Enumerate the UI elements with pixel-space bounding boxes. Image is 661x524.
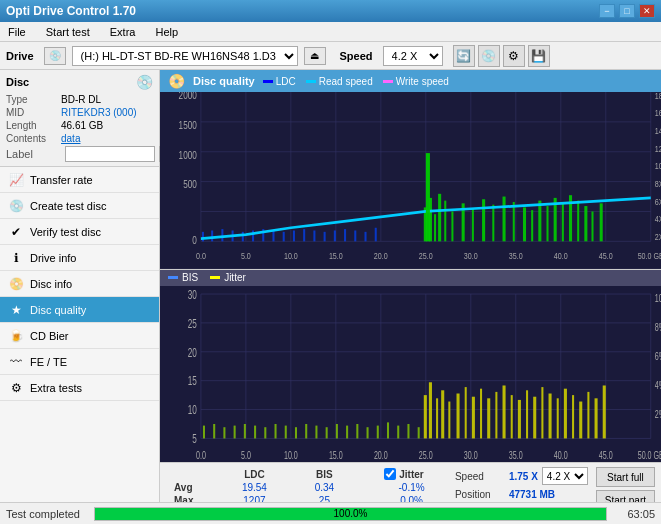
cd-bier-icon: 🍺 [8, 329, 24, 343]
disc-contents-value[interactable]: data [61, 133, 80, 144]
svg-rect-124 [424, 395, 427, 438]
svg-rect-67 [472, 209, 474, 242]
legend-read-speed: Read speed [306, 76, 373, 87]
svg-rect-53 [313, 230, 315, 241]
speed-select[interactable]: 4.2 X [383, 46, 443, 66]
svg-rect-168 [397, 425, 399, 438]
svg-rect-139 [533, 396, 536, 438]
svg-rect-147 [595, 398, 598, 438]
sidebar-item-verify-test-disc[interactable]: ✔ Verify test disc [0, 219, 159, 245]
disc-length-value: 46.61 GB [61, 120, 103, 131]
menu-start-test[interactable]: Start test [42, 24, 94, 40]
sidebar-item-create-test-disc[interactable]: 💿 Create test disc [0, 193, 159, 219]
svg-rect-138 [526, 390, 528, 438]
sidebar-item-fe-te[interactable]: 〰 FE / TE [0, 349, 159, 375]
save-icon[interactable]: 💾 [528, 45, 550, 67]
svg-rect-141 [549, 393, 552, 438]
charts-container: 2000 1500 1000 500 0 18X 16X 14X 12X 10X… [160, 92, 661, 462]
time-display: 63:05 [615, 508, 655, 520]
svg-text:35.0: 35.0 [509, 448, 523, 461]
sidebar-item-cd-bier[interactable]: 🍺 CD Bier [0, 323, 159, 349]
svg-rect-144 [572, 395, 574, 438]
svg-rect-51 [293, 230, 295, 241]
svg-rect-160 [315, 425, 317, 438]
chart-top: 2000 1500 1000 500 0 18X 16X 14X 12X 10X… [160, 92, 661, 270]
disc-mid-value: RITEKDR3 (000) [61, 107, 137, 118]
stats-col-empty2 [356, 467, 376, 481]
svg-rect-68 [482, 199, 485, 241]
svg-text:2X: 2X [655, 231, 661, 242]
svg-rect-142 [557, 398, 559, 438]
svg-text:6X: 6X [655, 196, 661, 207]
svg-rect-151 [223, 427, 225, 438]
svg-rect-133 [487, 398, 490, 438]
svg-rect-77 [562, 203, 564, 241]
sidebar-item-transfer-rate[interactable]: 📈 Transfer rate [0, 167, 159, 193]
svg-rect-72 [523, 207, 526, 241]
svg-rect-75 [546, 206, 548, 241]
svg-rect-55 [334, 230, 336, 241]
sidebar-menu: 📈 Transfer rate 💿 Create test disc ✔ Ver… [0, 167, 159, 502]
maximize-button[interactable]: □ [619, 4, 635, 18]
minimize-button[interactable]: − [599, 4, 615, 18]
svg-rect-65 [451, 211, 453, 241]
svg-rect-46 [242, 232, 244, 242]
sidebar-item-disc-quality[interactable]: ★ Disc quality [0, 297, 159, 323]
disc-length-row: Length 46.61 GB [6, 120, 153, 131]
svg-text:0.0: 0.0 [196, 448, 206, 461]
disc-quality-icon: ★ [8, 303, 24, 317]
sidebar-item-drive-info[interactable]: ℹ Drive info [0, 245, 159, 271]
jitter-check-label: Jitter [399, 469, 423, 480]
svg-text:4X: 4X [655, 213, 661, 224]
svg-rect-166 [377, 425, 379, 438]
svg-rect-161 [326, 427, 328, 438]
drivebar: Drive 💿 (H:) HL-DT-ST BD-RE WH16NS48 1.D… [0, 42, 661, 70]
svg-text:20.0: 20.0 [374, 250, 388, 261]
app-title: Opti Drive Control 1.70 [6, 4, 136, 18]
chart-bottom-svg: 30 25 20 15 10 5 10% 8% 6% 4% 2% 0.0 5.0… [160, 286, 661, 463]
sidebar-item-fe-te-label: FE / TE [30, 356, 67, 368]
legend-jitter: Jitter [210, 272, 246, 283]
svg-text:45.0: 45.0 [599, 250, 613, 261]
eject-icon[interactable]: ⏏ [304, 47, 326, 65]
svg-rect-167 [387, 422, 389, 438]
svg-rect-146 [587, 391, 589, 438]
menu-extra[interactable]: Extra [106, 24, 140, 40]
refresh-icon[interactable]: 🔄 [453, 45, 475, 67]
legend-write-speed: Write speed [383, 76, 449, 87]
menu-file[interactable]: File [4, 24, 30, 40]
svg-rect-52 [303, 229, 305, 241]
svg-rect-132 [480, 388, 482, 438]
stats-speed-select[interactable]: 4.2 X [542, 467, 588, 485]
fe-te-icon: 〰 [8, 355, 24, 369]
svg-rect-170 [418, 427, 420, 438]
svg-text:30.0: 30.0 [464, 448, 478, 461]
disc-label-row: Label 🔍 [6, 146, 153, 162]
disc-type-row: Type BD-R DL [6, 94, 153, 105]
progress-label: 100.0% [95, 508, 606, 520]
svg-text:25: 25 [188, 315, 197, 329]
settings-icon[interactable]: ⚙ [503, 45, 525, 67]
sidebar-item-disc-quality-label: Disc quality [30, 304, 86, 316]
svg-text:30.0: 30.0 [464, 250, 478, 261]
close-button[interactable]: ✕ [639, 4, 655, 18]
svg-rect-49 [272, 230, 274, 241]
jitter-check: Jitter [384, 468, 439, 480]
svg-rect-154 [254, 425, 256, 438]
sidebar-item-extra-tests[interactable]: ⚙ Extra tests [0, 375, 159, 401]
disc-icon[interactable]: 💿 [478, 45, 500, 67]
drive-select[interactable]: (H:) HL-DT-ST BD-RE WH16NS48 1.D3 [72, 46, 298, 66]
stats-col-empty [166, 467, 216, 481]
start-full-button[interactable]: Start full [596, 467, 655, 487]
svg-rect-150 [213, 423, 215, 437]
disc-panel: Disc 💿 Type BD-R DL MID RITEKDR3 (000) L… [0, 70, 159, 167]
jitter-checkbox[interactable] [384, 468, 396, 480]
stats-speed-label: Speed [455, 471, 505, 482]
disc-label-input[interactable] [65, 146, 155, 162]
svg-rect-134 [495, 391, 497, 438]
svg-rect-63 [438, 194, 441, 242]
svg-rect-69 [492, 205, 494, 242]
main-layout: Disc 💿 Type BD-R DL MID RITEKDR3 (000) L… [0, 70, 661, 524]
sidebar-item-disc-info[interactable]: 📀 Disc info [0, 271, 159, 297]
menu-help[interactable]: Help [151, 24, 182, 40]
